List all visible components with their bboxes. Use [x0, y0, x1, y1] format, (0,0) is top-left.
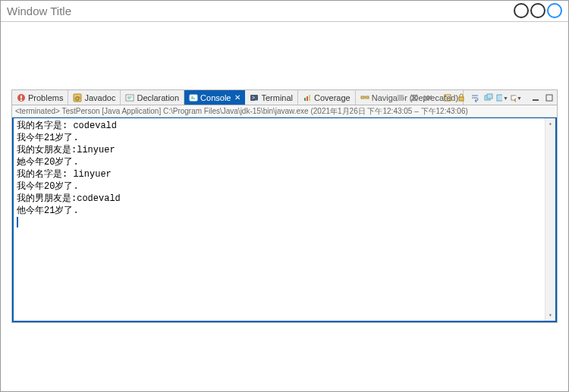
svg-rect-14 [307, 96, 308, 101]
open-console-button[interactable]: ▼ [510, 92, 522, 104]
scroll-down-button[interactable]: ▾ [545, 310, 555, 321]
problems-icon [17, 93, 26, 102]
declaration-icon [125, 93, 134, 102]
close-icon[interactable]: ✕ [234, 93, 240, 102]
title-circle-2[interactable] [530, 3, 545, 18]
console-line: 我的女朋友是:linyuer [17, 144, 552, 156]
text-cursor [17, 217, 18, 227]
title-circle-1[interactable] [514, 3, 529, 18]
title-buttons [514, 3, 562, 18]
tab-declaration[interactable]: Declaration [121, 90, 184, 105]
svg-line-27 [445, 95, 451, 101]
tab-label: Declaration [137, 93, 179, 102]
chevron-down-icon: ▼ [503, 96, 508, 101]
console-output[interactable]: 我的名字是: codevald 我今年21岁了. 我的女朋友是:linyuer … [12, 118, 557, 322]
pin-console-button[interactable] [483, 92, 495, 104]
app-window: Window Title Problems @ Javadoc [0, 0, 569, 392]
separator [523, 92, 528, 104]
view-tabs: Problems @ Javadoc Declaration Console [12, 90, 557, 105]
console-toolbar: ▼ ▼ [395, 90, 555, 105]
tab-problems[interactable]: Problems [12, 90, 68, 105]
tab-javadoc[interactable]: @ Javadoc [68, 90, 121, 105]
svg-rect-28 [459, 97, 464, 101]
javadoc-icon: @ [73, 93, 82, 102]
coverage-icon [303, 93, 312, 102]
tab-label: Coverage [314, 93, 351, 102]
navigator-icon [360, 93, 369, 102]
scroll-up-button[interactable]: ▴ [545, 118, 555, 129]
remove-launch-button[interactable] [408, 92, 420, 104]
svg-rect-5 [126, 95, 134, 101]
console-line: 我今年20岁了. [17, 180, 552, 193]
clear-console-button[interactable] [442, 92, 454, 104]
title-bar: Window Title [1, 1, 568, 22]
svg-rect-1 [20, 96, 22, 99]
svg-rect-16 [361, 96, 364, 99]
chevron-down-icon: ▼ [517, 96, 522, 101]
svg-point-33 [515, 99, 517, 102]
console-status: <terminated> TestPerson [Java Applicatio… [12, 105, 557, 118]
svg-rect-8 [190, 95, 197, 101]
svg-rect-31 [497, 95, 502, 101]
tab-label: Terminal [261, 93, 293, 102]
bottom-panel: Problems @ Javadoc Declaration Console [11, 89, 558, 323]
remove-all-button[interactable] [422, 92, 434, 104]
svg-text:>_: >_ [252, 95, 258, 101]
svg-rect-19 [398, 95, 404, 101]
svg-rect-15 [309, 95, 310, 101]
svg-text:@: @ [74, 95, 80, 102]
console-line: 他今年21岁了. [17, 205, 552, 217]
tab-terminal[interactable]: >_ Terminal [245, 90, 298, 105]
window-title: Window Title [7, 5, 71, 17]
status-text: <terminated> TestPerson [Java Applicatio… [15, 107, 468, 115]
console-line: 我今年21岁了. [17, 132, 552, 144]
console-icon [189, 93, 198, 102]
scroll-lock-button[interactable] [455, 92, 467, 104]
minimize-view-button[interactable] [530, 92, 542, 104]
title-circle-3[interactable] [547, 3, 562, 18]
tab-coverage[interactable]: Coverage [298, 90, 356, 105]
svg-rect-2 [20, 99, 22, 101]
svg-rect-30 [487, 94, 492, 99]
svg-rect-17 [366, 96, 369, 99]
terminate-button[interactable] [395, 92, 407, 104]
word-wrap-button[interactable] [469, 92, 481, 104]
console-line: 我的名字是: codevald [17, 120, 552, 132]
separator [435, 92, 440, 104]
console-line: 她今年20岁了. [17, 156, 552, 168]
svg-rect-13 [304, 98, 306, 101]
terminal-icon: >_ [250, 93, 259, 102]
tab-label: Javadoc [84, 93, 115, 102]
tab-label: Problems [28, 93, 63, 102]
display-selected-button[interactable]: ▼ [496, 92, 508, 104]
maximize-view-button[interactable] [543, 92, 555, 104]
tab-label: Console [200, 93, 231, 102]
vertical-scrollbar[interactable]: ▴ ▾ [545, 118, 555, 321]
console-line: 我的男朋友是:codevald [17, 193, 552, 205]
tab-console[interactable]: Console ✕ [184, 90, 245, 105]
svg-rect-37 [546, 95, 552, 101]
console-line: 我的名字是: linyuer [17, 168, 552, 180]
